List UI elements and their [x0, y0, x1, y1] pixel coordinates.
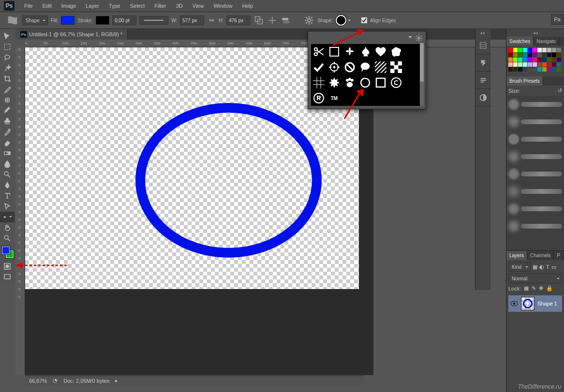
- menu-select[interactable]: Select: [125, 1, 150, 11]
- swatch[interactable]: [552, 58, 556, 62]
- shape-square-outline[interactable]: [327, 44, 342, 59]
- swatch[interactable]: [547, 67, 551, 72]
- color-swatches[interactable]: [2, 247, 14, 258]
- shape-popover-caret-icon[interactable]: [408, 36, 412, 42]
- link-icon[interactable]: ⚯: [207, 17, 216, 24]
- lock-paint-icon[interactable]: ✎: [532, 285, 536, 291]
- swatch[interactable]: [547, 58, 551, 62]
- menu-layer[interactable]: Layer: [81, 1, 104, 11]
- shape-grid[interactable]: [311, 75, 327, 90]
- shape-picker-button[interactable]: [336, 15, 351, 26]
- fill-color[interactable]: [61, 16, 74, 25]
- filter-shape-icon[interactable]: ▭: [551, 264, 556, 270]
- panels-handle-icon[interactable]: ◂◂: [506, 29, 564, 37]
- brush-preset-item[interactable]: [506, 113, 564, 131]
- zoom-display[interactable]: 66,67%: [29, 378, 47, 384]
- pen-tool[interactable]: [0, 180, 15, 190]
- menu-edit[interactable]: Edit: [38, 1, 57, 11]
- tab-paths[interactable]: P: [554, 251, 564, 260]
- blur-tool[interactable]: [0, 159, 15, 169]
- swatch[interactable]: [513, 53, 518, 57]
- crop-tool[interactable]: [0, 73, 15, 84]
- swatch[interactable]: [528, 58, 532, 62]
- swatch[interactable]: [513, 48, 518, 52]
- swatch[interactable]: [552, 67, 556, 72]
- tab-channels[interactable]: Channels: [527, 251, 554, 260]
- swatch[interactable]: [508, 67, 513, 72]
- layer-row[interactable]: Shape 1: [508, 295, 562, 312]
- swatch[interactable]: [528, 67, 532, 72]
- swatch[interactable]: [533, 58, 537, 62]
- swatch[interactable]: [508, 48, 513, 52]
- layer-kind-filter[interactable]: Kind: [508, 262, 531, 272]
- swatch[interactable]: [542, 48, 547, 52]
- shape-copyright[interactable]: [388, 75, 404, 90]
- brush-preset-item[interactable]: [506, 131, 564, 148]
- shape-diag[interactable]: [373, 59, 388, 75]
- menu-view[interactable]: View: [188, 1, 209, 11]
- tab-layers[interactable]: Layers: [506, 251, 527, 260]
- marquee-tool[interactable]: [0, 42, 15, 52]
- menu-image[interactable]: Image: [57, 1, 81, 11]
- doc-info-arrow[interactable]: ▸: [115, 377, 118, 384]
- swatch[interactable]: [547, 48, 551, 52]
- shape-burst[interactable]: [327, 75, 342, 90]
- swatch[interactable]: [518, 58, 522, 62]
- swatch[interactable]: [542, 67, 547, 72]
- menu-window[interactable]: Window: [208, 1, 237, 11]
- swatch[interactable]: [518, 53, 522, 57]
- swatch[interactable]: [557, 62, 561, 67]
- swatch[interactable]: [537, 48, 542, 52]
- strip-handle-icon[interactable]: ▸▸: [475, 29, 490, 37]
- blend-mode-select[interactable]: Normal: [508, 274, 562, 283]
- swatch[interactable]: [542, 53, 547, 57]
- shape-checker[interactable]: [388, 59, 404, 75]
- move-tool[interactable]: [0, 31, 15, 42]
- shape-registered[interactable]: [311, 90, 327, 106]
- swatch[interactable]: [518, 48, 522, 52]
- swatch[interactable]: [552, 62, 556, 67]
- swatch[interactable]: [508, 62, 513, 67]
- zoom-tool[interactable]: [0, 233, 15, 244]
- swatch[interactable]: [533, 67, 537, 72]
- shape-popover-gear-icon[interactable]: [415, 34, 423, 42]
- swatch[interactable]: [537, 62, 542, 67]
- swatch[interactable]: [523, 67, 527, 72]
- shape-fleur[interactable]: [342, 44, 357, 59]
- brush-preset-item[interactable]: [506, 200, 564, 218]
- adjustments-panel-icon[interactable]: [475, 89, 491, 106]
- menu-help[interactable]: Help: [237, 1, 258, 11]
- swatch[interactable]: [547, 53, 551, 57]
- actions-panel-icon[interactable]: [475, 54, 491, 72]
- shape-paw[interactable]: [342, 75, 357, 90]
- properties-panel-icon[interactable]: [475, 72, 491, 89]
- stamp-tool[interactable]: [0, 116, 15, 127]
- filter-pixel-icon[interactable]: ▦: [533, 264, 537, 270]
- brush-preset-item[interactable]: [506, 218, 564, 235]
- stroke-color[interactable]: [96, 16, 109, 25]
- path-align-button[interactable]: [267, 15, 278, 26]
- brush-tool[interactable]: [0, 105, 15, 116]
- foreground-color[interactable]: [2, 247, 10, 254]
- brush-preset-item[interactable]: [506, 96, 564, 113]
- shape-speech[interactable]: [357, 59, 373, 75]
- swatch[interactable]: [547, 62, 551, 67]
- path-op-button[interactable]: [253, 15, 264, 26]
- eye-icon[interactable]: [510, 301, 518, 306]
- stroke-type-select[interactable]: [139, 16, 168, 25]
- shape-square-outline2[interactable]: [373, 75, 388, 90]
- shape-no[interactable]: [342, 59, 357, 75]
- shape-spade[interactable]: [357, 44, 373, 59]
- filter-type-icon[interactable]: T: [546, 264, 549, 270]
- shape-target[interactable]: [327, 59, 342, 75]
- reset-icon[interactable]: ↺: [558, 87, 562, 94]
- swatch[interactable]: [523, 53, 527, 57]
- swatch[interactable]: [508, 53, 513, 57]
- type-tool[interactable]: [0, 190, 15, 201]
- swatch[interactable]: [537, 58, 542, 62]
- doc-info-icon[interactable]: ◔: [53, 377, 58, 384]
- swatch[interactable]: [513, 58, 518, 62]
- menu-3d[interactable]: 3D: [171, 1, 188, 11]
- eyedropper-tool[interactable]: [0, 84, 15, 95]
- swatch[interactable]: [537, 67, 542, 72]
